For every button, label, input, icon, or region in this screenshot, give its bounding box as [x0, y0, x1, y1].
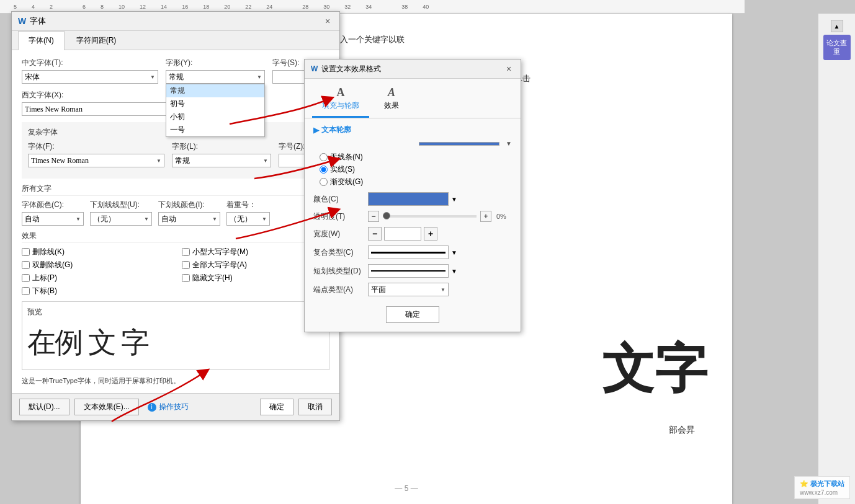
- signature: 部会昇: [669, 425, 695, 436]
- ruler-mark: 4: [24, 4, 42, 10]
- color-label: 颜色(C): [313, 194, 363, 205]
- color-control: ▼: [368, 192, 457, 206]
- superscript-checkbox[interactable]: [22, 274, 30, 282]
- solid-line-radio-input[interactable]: [320, 166, 328, 174]
- font-dialog-body: 中文字体(T): 宋体 ▼ 字形(Y): 常规 ▼ 常规 初号: [12, 50, 339, 393]
- endpoint-select[interactable]: 平面 ▼: [368, 283, 449, 296]
- width-control: − 0.50磅 +: [368, 227, 437, 241]
- font-dialog-titlebar: W 字体 ×: [12, 12, 339, 31]
- outline-section-header[interactable]: ▶ 文本轮廓: [313, 125, 512, 135]
- tef-close-button[interactable]: ×: [503, 63, 514, 74]
- style-option-initial[interactable]: 初号: [166, 97, 264, 110]
- width-row: 宽度(W) − 0.50磅 +: [313, 227, 512, 241]
- cancel-button[interactable]: 取消: [298, 399, 332, 415]
- style-select[interactable]: 常规 ▼: [166, 70, 265, 84]
- ruler-mark: 16: [174, 4, 195, 10]
- fuza-font-label: 字体(F):: [28, 141, 164, 152]
- compound-dropdown-arrow[interactable]: ▼: [451, 249, 457, 256]
- chevron-down-icon: ▼: [262, 216, 267, 222]
- chevron-down-icon: ▼: [257, 74, 262, 80]
- chevron-down-icon: ▼: [156, 158, 161, 164]
- effect-strikethrough[interactable]: 删除线(K): [22, 247, 169, 257]
- double-strikethrough-checkbox[interactable]: [22, 261, 30, 269]
- ruler-mark: [60, 4, 75, 10]
- transparency-thumb[interactable]: [383, 212, 390, 219]
- effect-superscript[interactable]: 上标(P): [22, 273, 169, 283]
- font-dialog-close-button[interactable]: ×: [322, 15, 333, 27]
- effect-double-strikethrough[interactable]: 双删除线(G): [22, 260, 169, 270]
- ruler-mark: 20: [217, 4, 238, 10]
- style-option-small-initial[interactable]: 小初: [166, 110, 264, 123]
- tef-tab-fill[interactable]: A 填充与轮廓: [312, 84, 369, 118]
- fuza-font-group: 字体(F): Times New Roman ▼: [28, 141, 164, 167]
- subscript-checkbox[interactable]: [22, 287, 30, 295]
- chinese-font-select[interactable]: 宋体 ▼: [22, 70, 158, 84]
- tef-tab-effect[interactable]: A 效果: [374, 84, 409, 118]
- dash-dropdown-arrow[interactable]: ▼: [451, 268, 457, 275]
- emphasis-select[interactable]: （无） ▼: [226, 212, 270, 226]
- style-option-normal[interactable]: 常规: [166, 84, 264, 97]
- ruler-mark: 22: [238, 4, 259, 10]
- style-label: 字形(Y):: [166, 58, 265, 68]
- text-effect-dialog: W 设置文本效果格式 × A 填充与轮廓 A 效果 ▶ 文本轮廓 ▼: [304, 59, 521, 332]
- font-color-select[interactable]: 自动 ▼: [22, 212, 84, 226]
- chevron-down-icon: ▼: [144, 216, 149, 222]
- strikethrough-checkbox[interactable]: [22, 248, 30, 256]
- underline-select[interactable]: （无） ▼: [90, 212, 152, 226]
- transparency-label: 透明度(T): [313, 211, 363, 222]
- small-caps-checkbox[interactable]: [182, 248, 190, 256]
- dash-type-select[interactable]: [368, 264, 449, 278]
- right-sidebar: ▲ 论文查重: [818, 14, 855, 504]
- underline-group: 下划线线型(U): （无） ▼: [90, 200, 152, 226]
- no-line-radio[interactable]: 无线条(N): [320, 152, 512, 162]
- chinese-font-label: 中文字体(T):: [22, 58, 158, 68]
- hidden-checkbox[interactable]: [182, 274, 190, 282]
- chevron-down-icon: ▼: [263, 158, 268, 164]
- ruler-mark: 8: [93, 4, 111, 10]
- ruler-mark: 30: [316, 4, 337, 10]
- width-increase-button[interactable]: +: [424, 227, 437, 241]
- ruler-mark: 38: [394, 4, 415, 10]
- all-caps-checkbox[interactable]: [182, 261, 190, 269]
- ruler-mark: 24: [259, 4, 280, 10]
- emphasis-group: 着重号： （无） ▼: [226, 200, 270, 226]
- width-input[interactable]: 0.50磅: [384, 227, 421, 241]
- scroll-up-button[interactable]: ▲: [831, 20, 843, 32]
- compound-type-select[interactable]: [368, 245, 449, 259]
- tips-button[interactable]: i 操作技巧: [144, 399, 192, 415]
- effect-tab-icon: A: [388, 86, 395, 99]
- outline-section-title: 文本轮廓: [321, 125, 351, 135]
- confirm-button[interactable]: 确定: [260, 399, 293, 415]
- underline-color-select[interactable]: 自动 ▼: [158, 212, 220, 226]
- tef-confirm-button[interactable]: 确定: [386, 306, 439, 323]
- text-effect-button[interactable]: 文本效果(E)...: [74, 399, 139, 415]
- tef-confirm-area: 确定: [313, 301, 512, 325]
- fuza-font-select[interactable]: Times New Roman ▼: [28, 154, 164, 167]
- no-line-radio-input[interactable]: [320, 153, 328, 161]
- outline-color-row-header: ▼: [313, 140, 512, 147]
- compound-line-preview: [371, 252, 445, 254]
- tab-spacing[interactable]: 字符间距(R): [66, 31, 127, 50]
- fuza-style-select[interactable]: 常规 ▼: [172, 154, 271, 167]
- style-option-first[interactable]: 一号: [166, 123, 264, 136]
- effect-subscript[interactable]: 下标(B): [22, 286, 169, 296]
- compound-row: 复合类型(C) ▼: [313, 245, 512, 259]
- color-dropdown-arrow[interactable]: ▼: [451, 196, 457, 203]
- outline-color-preview-bar: [419, 142, 499, 146]
- solid-line-radio[interactable]: 实线(S): [320, 164, 512, 175]
- transparency-increase-button[interactable]: +: [480, 211, 491, 222]
- default-button[interactable]: 默认(D)...: [19, 399, 69, 415]
- review-button[interactable]: 论文查重: [823, 35, 851, 60]
- effects-grid: 删除线(K) 小型大写字母(M) 双删除线(G) 全部大写字母(A) 上标(P): [22, 247, 329, 296]
- gradient-line-radio-input[interactable]: [320, 178, 328, 186]
- watermark: ⭐ 极光下载站 www.xz7.com: [794, 476, 850, 499]
- width-decrease-button[interactable]: −: [368, 227, 382, 241]
- transparency-decrease-button[interactable]: −: [368, 211, 379, 222]
- color-picker[interactable]: [368, 192, 449, 206]
- transparency-track[interactable]: [383, 215, 477, 218]
- gradient-line-radio[interactable]: 渐变线(G): [320, 177, 512, 187]
- fill-tab-icon: A: [337, 86, 345, 99]
- ruler-mark: 34: [358, 4, 379, 10]
- info-icon: i: [148, 403, 156, 412]
- tab-font[interactable]: 字体(N): [18, 31, 65, 50]
